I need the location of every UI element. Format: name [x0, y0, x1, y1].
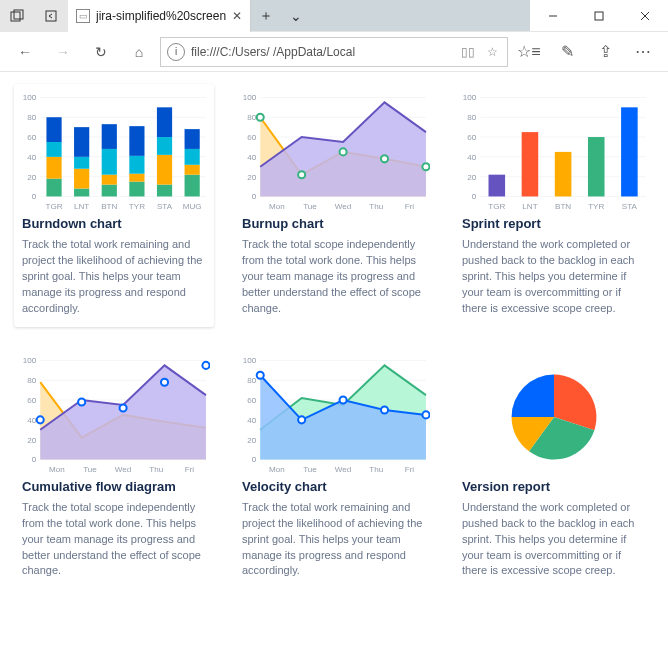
report-card-version[interactable]: Version report Understand the work compl…	[454, 347, 654, 580]
reading-view-icon[interactable]: ▯▯	[459, 45, 477, 59]
svg-text:MUG: MUG	[183, 202, 202, 211]
tab-title: jira-simplified%20screen	[96, 9, 226, 23]
card-title: Burndown chart	[14, 214, 214, 237]
svg-text:40: 40	[27, 416, 36, 425]
svg-text:0: 0	[472, 192, 477, 201]
card-title: Cumulative flow diagram	[14, 477, 214, 500]
window-titlebar: ▭ jira-simplified%20screen ✕ ＋ ⌄	[0, 0, 668, 32]
svg-rect-25	[46, 179, 61, 197]
svg-point-67	[298, 171, 305, 178]
svg-rect-48	[185, 129, 200, 149]
svg-text:Mon: Mon	[49, 464, 65, 473]
svg-text:100: 100	[23, 93, 37, 102]
svg-text:TYR: TYR	[129, 202, 145, 211]
card-title: Version report	[454, 477, 654, 500]
reports-grid: 020406080100TGRLNTBTNTYRSTAMUG Burndown …	[14, 84, 654, 579]
notes-icon[interactable]: ✎	[550, 35, 584, 69]
report-card-burnup[interactable]: 020406080100MonTueWedThuFri Burnup chart…	[234, 84, 434, 327]
svg-text:60: 60	[247, 396, 256, 405]
svg-rect-40	[129, 126, 144, 156]
home-button[interactable]: ⌂	[122, 35, 156, 69]
svg-text:60: 60	[467, 133, 476, 142]
svg-rect-4	[595, 12, 603, 20]
svg-rect-88	[489, 175, 506, 197]
svg-text:60: 60	[27, 133, 36, 142]
svg-rect-28	[46, 117, 61, 142]
svg-rect-89	[522, 132, 539, 196]
svg-rect-35	[102, 149, 117, 175]
site-info-icon[interactable]: i	[167, 43, 185, 61]
svg-point-113	[161, 378, 168, 385]
burnup-chart: 020406080100MonTueWedThuFri	[234, 84, 434, 214]
svg-point-135	[381, 406, 388, 413]
svg-rect-92	[621, 107, 638, 196]
svg-text:Wed: Wed	[335, 202, 351, 211]
url-field[interactable]: i file:///C:/Users/ /AppData/Local ▯▯ ☆	[160, 37, 508, 67]
card-desc: Track the total work remaining and proje…	[234, 500, 434, 580]
cascade-windows-icon[interactable]	[0, 0, 34, 32]
velocity-chart: 020406080100MonTueWedThuFri	[234, 347, 434, 477]
favorites-hub-icon[interactable]: ☆≡	[512, 35, 546, 69]
svg-point-112	[120, 404, 127, 411]
svg-point-70	[422, 163, 429, 170]
svg-point-69	[381, 155, 388, 162]
svg-point-114	[202, 362, 209, 369]
browser-tab[interactable]: ▭ jira-simplified%20screen ✕	[68, 0, 251, 32]
card-desc: Understand the work completed or pushed …	[454, 237, 654, 317]
svg-text:40: 40	[247, 416, 256, 425]
report-card-burndown[interactable]: 020406080100TGRLNTBTNTYRSTAMUG Burndown …	[14, 84, 214, 327]
address-bar: ← → ↻ ⌂ i file:///C:/Users/ /AppData/Loc…	[0, 32, 668, 72]
card-desc: Understand the work completed or pushed …	[454, 500, 654, 580]
favorite-icon[interactable]: ☆	[483, 45, 501, 59]
svg-text:20: 20	[247, 173, 256, 182]
svg-rect-31	[74, 157, 89, 169]
svg-text:TGR: TGR	[488, 202, 505, 211]
svg-text:80: 80	[247, 113, 256, 122]
svg-rect-37	[129, 182, 144, 197]
sprint-chart: 020406080100TGRLNTBTNTYRSTA	[454, 84, 654, 214]
svg-text:20: 20	[247, 435, 256, 444]
tab-menu-chevron-icon[interactable]: ⌄	[281, 0, 311, 31]
svg-rect-44	[157, 107, 172, 137]
svg-text:60: 60	[27, 396, 36, 405]
share-icon[interactable]: ⇪	[588, 35, 622, 69]
svg-rect-29	[74, 189, 89, 197]
svg-text:100: 100	[243, 93, 257, 102]
svg-text:40: 40	[247, 153, 256, 162]
refresh-button[interactable]: ↻	[84, 35, 118, 69]
svg-rect-30	[74, 169, 89, 189]
report-card-velocity[interactable]: 020406080100MonTueWedThuFri Velocity cha…	[234, 347, 434, 580]
svg-text:TGR: TGR	[46, 202, 63, 211]
svg-text:20: 20	[27, 435, 36, 444]
svg-rect-90	[555, 152, 572, 197]
svg-rect-2	[46, 11, 56, 21]
back-button[interactable]: ←	[8, 35, 42, 69]
svg-point-110	[37, 416, 44, 423]
svg-rect-32	[74, 127, 89, 157]
svg-text:Tue: Tue	[303, 202, 317, 211]
report-card-sprint[interactable]: 020406080100TGRLNTBTNTYRSTA Sprint repor…	[454, 84, 654, 327]
svg-point-111	[78, 398, 85, 405]
close-tab-icon[interactable]: ✕	[232, 9, 242, 23]
svg-text:STA: STA	[622, 202, 638, 211]
svg-text:Thu: Thu	[369, 464, 383, 473]
card-desc: Track the total work remaining and proje…	[14, 237, 214, 317]
new-tab-button[interactable]: ＋	[251, 0, 281, 31]
svg-text:BTN: BTN	[555, 202, 571, 211]
report-card-cfd[interactable]: 020406080100MonTueWedThuFri Cumulative f…	[14, 347, 214, 580]
svg-rect-39	[129, 156, 144, 174]
set-aside-tabs-icon[interactable]	[34, 0, 68, 32]
svg-rect-41	[157, 185, 172, 197]
maximize-button[interactable]	[576, 0, 622, 32]
svg-rect-26	[46, 157, 61, 179]
minimize-button[interactable]	[530, 0, 576, 32]
version-chart	[454, 347, 654, 477]
svg-text:80: 80	[467, 113, 476, 122]
close-window-button[interactable]	[622, 0, 668, 32]
forward-button[interactable]: →	[46, 35, 80, 69]
card-title: Burnup chart	[234, 214, 434, 237]
window-controls	[530, 0, 668, 31]
svg-text:20: 20	[467, 173, 476, 182]
more-icon[interactable]: ⋯	[626, 35, 660, 69]
svg-point-66	[257, 114, 264, 121]
